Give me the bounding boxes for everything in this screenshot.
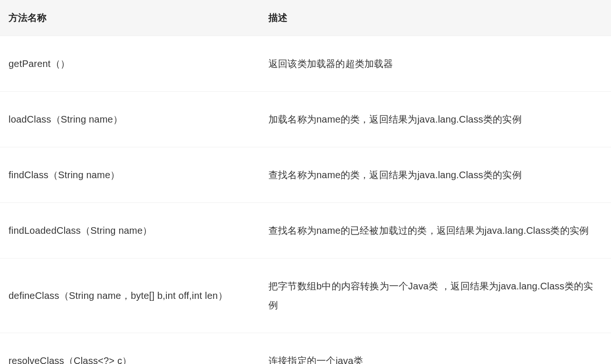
methods-table: 方法名称 描述 getParent（） 返回该类加载器的超类加载器 loadCl…: [0, 0, 611, 364]
table-body: getParent（） 返回该类加载器的超类加载器 loadClass（Stri…: [0, 36, 611, 364]
header-row: 方法名称 描述: [0, 0, 611, 36]
cell-description: 查找名称为name的已经被加载过的类，返回结果为java.lang.Class类…: [260, 203, 611, 259]
cell-method: getParent（）: [0, 36, 260, 92]
table-header: 方法名称 描述: [0, 0, 611, 36]
cell-method: findLoadedClass（String name）: [0, 203, 260, 259]
col-header-method: 方法名称: [0, 0, 260, 36]
cell-method: findClass（String name）: [0, 147, 260, 203]
cell-description: 查找名称为name的类，返回结果为java.lang.Class类的实例: [260, 147, 611, 203]
table-row: getParent（） 返回该类加载器的超类加载器: [0, 36, 611, 92]
table-row: findClass（String name） 查找名称为name的类，返回结果为…: [0, 147, 611, 203]
cell-method: resolveClass（Class<?> c）: [0, 333, 260, 364]
col-header-description: 描述: [260, 0, 611, 36]
cell-description: 把字节数组b中的内容转换为一个Java类 ，返回结果为java.lang.Cla…: [260, 259, 611, 333]
table-row: resolveClass（Class<?> c） 连接指定的一个java类: [0, 333, 611, 364]
table-row: defineClass（String name，byte[] b,int off…: [0, 259, 611, 333]
cell-description: 连接指定的一个java类: [260, 333, 611, 364]
cell-method: loadClass（String name）: [0, 92, 260, 147]
cell-description: 加载名称为name的类，返回结果为java.lang.Class类的实例: [260, 92, 611, 147]
table-row: loadClass（String name） 加载名称为name的类，返回结果为…: [0, 92, 611, 147]
cell-method: defineClass（String name，byte[] b,int off…: [0, 259, 260, 333]
table-row: findLoadedClass（String name） 查找名称为name的已…: [0, 203, 611, 259]
cell-description: 返回该类加载器的超类加载器: [260, 36, 611, 92]
